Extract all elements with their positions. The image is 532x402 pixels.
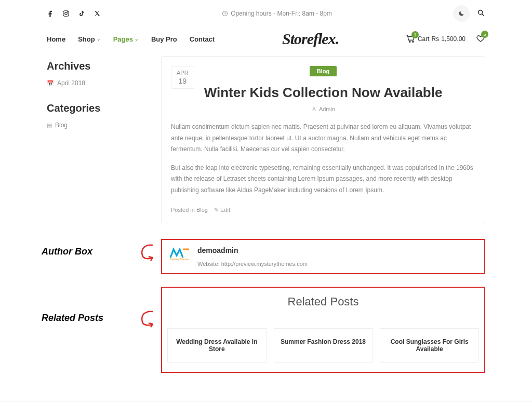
nav-shop[interactable]: Shop⌄	[78, 35, 101, 43]
logo[interactable]: Storeflex	[282, 30, 339, 48]
archives-item[interactable]: 📅 April 2018	[47, 79, 140, 87]
article-date: APR 19	[171, 66, 194, 89]
related-title: Related Posts	[167, 295, 479, 309]
clock-icon	[222, 10, 228, 17]
nav-menu: Home Shop⌄ Pages⌄ Buy Pro Contact	[47, 35, 215, 43]
nav-buypro[interactable]: Buy Pro	[151, 35, 177, 43]
author-name[interactable]: demoadmin	[197, 246, 308, 254]
svg-point-6	[413, 41, 414, 42]
article-card: APR 19 Blog Winter Kids Collection Now A…	[161, 56, 485, 223]
edit-label: Edit	[220, 207, 230, 213]
navbar: Home Shop⌄ Pages⌄ Buy Pro Contact Storef…	[0, 26, 532, 56]
article-meta: Admin	[171, 106, 475, 112]
article-body: Nullam condimentum dictum sapien nec mat…	[171, 122, 475, 196]
date-day: 19	[177, 77, 189, 85]
facebook-icon[interactable]	[47, 10, 54, 17]
article-footer: Posted in Blog ✎ Edit	[171, 207, 475, 213]
cart-label: Cart	[418, 35, 430, 43]
user-icon	[311, 106, 316, 112]
opening-hours: Opening hours - Mon-Fri: 8am - 8pm	[222, 10, 332, 17]
chevron-down-icon: ⌄	[135, 36, 139, 42]
nav-label: Home	[47, 35, 65, 43]
cart-link[interactable]: 1 Cart Rs 1,500.00	[406, 34, 466, 44]
svg-text:MysteryThemes: MysteryThemes	[170, 258, 189, 261]
article-paragraph: Nullam condimentum dictum sapien nec mat…	[171, 122, 475, 155]
edit-link[interactable]: ✎ Edit	[214, 207, 230, 213]
article-title: Winter Kids Collection Now Available	[171, 85, 475, 101]
social-icons	[47, 10, 101, 17]
annotation-related-posts: Related Posts	[42, 313, 103, 324]
dark-mode-toggle[interactable]	[453, 5, 470, 22]
author-logo: MysteryThemes	[169, 246, 190, 261]
categories-item-label: Blog	[55, 122, 68, 129]
cart-count-badge: 1	[411, 31, 419, 38]
nav-label: Buy Pro	[151, 35, 177, 43]
list-icon: ▤	[47, 122, 52, 129]
wishlist-link[interactable]: 5	[476, 34, 485, 45]
related-post-item[interactable]: Wedding Dress Available In Store	[167, 328, 267, 363]
archives-heading: Archives	[47, 60, 140, 72]
nav-label: Shop	[78, 35, 95, 43]
instagram-icon[interactable]	[62, 10, 70, 17]
author-box: MysteryThemes demoadmin Website: http://…	[161, 239, 485, 274]
content: APR 19 Blog Winter Kids Collection Now A…	[161, 56, 485, 385]
arrow-icon	[135, 310, 158, 330]
x-icon[interactable]	[94, 10, 101, 17]
wishlist-count-badge: 5	[481, 31, 488, 38]
svg-point-7	[313, 108, 314, 109]
annotation-author-box: Author Box	[42, 246, 92, 257]
svg-point-5	[409, 41, 410, 42]
arrow-icon	[135, 243, 158, 264]
nav-contact[interactable]: Contact	[190, 35, 215, 43]
related-post-item[interactable]: Summer Fashion Dress 2018	[274, 328, 373, 363]
calendar-icon: 📅	[47, 80, 54, 87]
archives-item-label: April 2018	[57, 79, 85, 87]
tiktok-icon[interactable]	[78, 10, 85, 17]
nav-label: Contact	[190, 35, 215, 43]
posted-in[interactable]: Posted in Blog	[171, 207, 208, 213]
svg-point-1	[65, 12, 68, 15]
category-badge[interactable]: Blog	[310, 66, 337, 76]
date-month: APR	[177, 70, 189, 76]
nav-label: Pages	[113, 35, 133, 43]
author-website: Website: http://preview.mysterythemes.co…	[197, 261, 308, 267]
article-paragraph: But also the leap into electronic typese…	[171, 163, 475, 196]
author-website-link[interactable]: http://preview.mysterythemes.com	[221, 261, 308, 267]
search-icon[interactable]	[477, 9, 485, 19]
related-posts: Related Posts Wedding Dress Available In…	[161, 287, 485, 373]
cart-currency: Rs	[432, 35, 440, 43]
website-label: Website:	[197, 261, 220, 267]
topbar: Opening hours - Mon-Fri: 8am - 8pm	[0, 0, 532, 26]
article-author[interactable]: Admin	[319, 106, 335, 112]
categories-heading: Categories	[47, 102, 140, 114]
categories-item[interactable]: ▤ Blog	[47, 122, 140, 129]
chevron-down-icon: ⌄	[97, 36, 101, 42]
svg-point-4	[478, 10, 483, 14]
cart-amount: 1,500.00	[441, 35, 466, 43]
opening-hours-text: Opening hours - Mon-Fri: 8am - 8pm	[231, 10, 332, 17]
nav-pages[interactable]: Pages⌄	[113, 35, 139, 43]
sidebar: Archives 📅 April 2018 Categories ▤ Blog	[47, 56, 140, 385]
related-post-item[interactable]: Cool Sunglasses For Girls Available	[380, 328, 479, 363]
moon-icon	[458, 10, 465, 17]
svg-point-2	[68, 11, 68, 12]
nav-home[interactable]: Home	[47, 35, 65, 43]
